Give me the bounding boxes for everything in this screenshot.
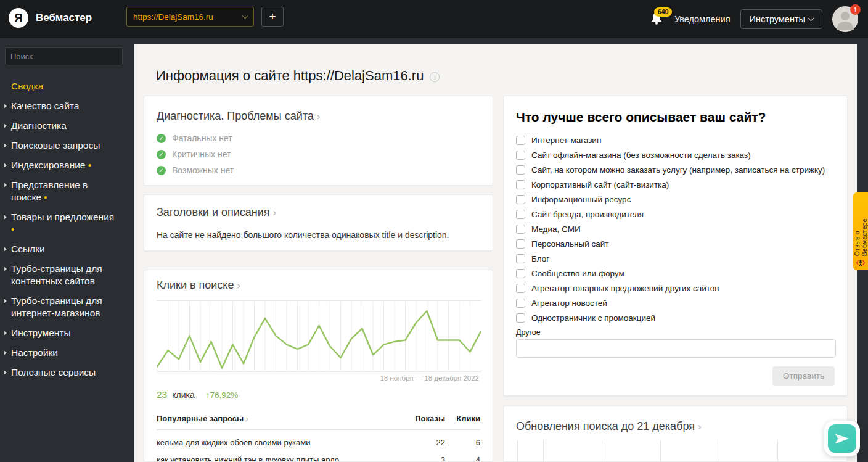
add-site-button[interactable]: +: [261, 7, 284, 27]
sidebar-item[interactable]: Турбо-страницы для интернет-магазинов: [0, 295, 115, 320]
chevron-down-icon: [808, 15, 814, 21]
impressions-column-header: Показы: [402, 414, 445, 423]
checkbox[interactable]: [516, 151, 525, 160]
info-icon[interactable]: i: [430, 72, 440, 82]
sidebar-item[interactable]: Полезные сервисы: [0, 366, 115, 379]
checkbox[interactable]: [516, 195, 525, 204]
sidebar-item[interactable]: Настройки: [0, 347, 115, 359]
updates-card-link[interactable]: Обновления поиска до 21 декабря›: [516, 420, 835, 433]
titles-card-link[interactable]: Заголовки и описания›: [157, 206, 480, 219]
checkbox[interactable]: [516, 254, 525, 263]
survey-option[interactable]: Интернет-магазин: [516, 136, 835, 145]
yandex-webmaster-logo[interactable]: Я Вебмастер: [9, 8, 92, 28]
sidebar-item[interactable]: Поисковые запросы: [0, 139, 115, 152]
checkbox[interactable]: [516, 225, 525, 234]
checkbox[interactable]: [516, 239, 525, 249]
checkbox[interactable]: [516, 180, 525, 189]
sidebar-item[interactable]: Турбо-страницы для контентных сайтов: [0, 263, 115, 287]
clicks-unit: клика: [172, 390, 195, 400]
expand-arrow-icon: [4, 247, 7, 252]
sidebar-item[interactable]: Диагностика: [0, 120, 115, 132]
chevron-right-icon: ›: [237, 279, 240, 291]
topbar-right-group: 640 Уведомления Инструменты 1: [650, 0, 858, 38]
other-option-input[interactable]: [516, 339, 836, 358]
survey-option[interactable]: Одностраничник с промоакцией: [516, 313, 835, 323]
updates-chart-grid: [516, 440, 835, 462]
sidebar-item[interactable]: Представление в поиске •: [0, 179, 115, 204]
diagnostics-list: ✓Фатальных нет✓Критичных нет✓Возможных н…: [157, 133, 480, 175]
checkbox[interactable]: [516, 165, 525, 175]
diagnostics-item: ✓Фатальных нет: [157, 133, 480, 143]
search-input[interactable]: [10, 52, 119, 61]
submit-row: Отправить: [516, 366, 835, 386]
chat-widget-button[interactable]: [824, 421, 860, 456]
query-table-row[interactable]: как установить нижний тэн в духовку плит…: [157, 455, 480, 462]
site-select-dropdown[interactable]: https://DelajSam16.ru: [126, 7, 254, 27]
expand-arrow-icon: [4, 123, 7, 128]
survey-option[interactable]: Персональный сайт: [516, 239, 835, 249]
checkbox[interactable]: [516, 284, 525, 293]
survey-option[interactable]: Сайт, на котором можно заказать услугу (…: [516, 165, 835, 175]
avatar-notification-badge: 1: [850, 4, 861, 15]
site-select-value: https://DelajSam16.ru: [133, 12, 239, 22]
expand-arrow-icon: [4, 266, 7, 271]
query-table-row[interactable]: кельма для жидких обоев своими руками226: [157, 438, 480, 447]
site-type-survey-card: Что лучше всего описывает ваш сайт? Инте…: [503, 96, 848, 396]
checkbox[interactable]: [516, 210, 525, 219]
survey-option[interactable]: Информационный ресурс: [516, 195, 835, 204]
survey-option[interactable]: Сайт бренда, производителя: [516, 210, 835, 219]
expand-arrow-icon: [4, 370, 7, 375]
app-title: Вебмастер: [36, 12, 92, 24]
expand-arrow-icon: [4, 143, 7, 148]
notifications-label[interactable]: Уведомления: [674, 14, 731, 24]
survey-option[interactable]: Корпоративный сайт (сайт-визитка): [516, 180, 835, 189]
sidebar-item[interactable]: Товары и предложения •: [0, 211, 115, 236]
clicks-card-link[interactable]: Клики в поиске›: [157, 279, 480, 292]
survey-option[interactable]: Блог: [516, 254, 835, 263]
sidebar-item[interactable]: Сводка: [0, 80, 115, 93]
survey-option[interactable]: Медиа, СМИ: [516, 225, 835, 234]
check-icon: ✓: [157, 166, 166, 175]
accessibility-icon: [856, 259, 866, 266]
notifications-count-badge: 640: [654, 7, 673, 17]
diagnostics-item: ✓Критичных нет: [157, 149, 480, 159]
survey-option[interactable]: Агрегатор товарных предложений других са…: [516, 284, 835, 293]
notifications-bell-icon[interactable]: 640: [650, 11, 665, 27]
checkbox[interactable]: [516, 269, 525, 278]
diagnostics-card: Диагностика. Проблемы сайта› ✓Фатальных …: [144, 96, 493, 186]
sidebar-item[interactable]: Ссылки: [0, 243, 115, 255]
survey-title: Что лучше всего описывает ваш сайт?: [516, 110, 835, 125]
main-content: Информация о сайте https://DelajSam16.ru…: [134, 44, 857, 462]
clicks-total: 23: [157, 389, 167, 400]
survey-option[interactable]: Агрегатор новостей: [516, 299, 835, 308]
checkbox[interactable]: [516, 313, 525, 323]
yandex-webmaster-app: Я Вебмастер https://DelajSam16.ru + 640 …: [0, 0, 868, 462]
queries-title-link[interactable]: Популярные запросы ›: [157, 414, 402, 423]
feedback-tab[interactable]: Отзыв о Вебмастере: [853, 192, 868, 270]
clicks-chart[interactable]: [157, 300, 481, 372]
tools-dropdown-button[interactable]: Инструменты: [740, 9, 822, 29]
check-icon: ✓: [157, 134, 166, 143]
sidebar-item[interactable]: Инструменты: [0, 327, 115, 339]
chevron-right-icon: ›: [698, 421, 702, 432]
survey-option[interactable]: Сообщество или форум: [516, 269, 835, 278]
update-dot-icon: •: [44, 192, 47, 202]
page-title-row: Информация о сайте https://DelajSam16.ru…: [156, 68, 440, 84]
sidebar-item[interactable]: Качество сайта: [0, 100, 115, 112]
survey-option[interactable]: Сайт офлайн-магазина (без возможности сд…: [516, 151, 835, 160]
check-icon: ✓: [157, 150, 166, 159]
checkbox[interactable]: [516, 136, 525, 145]
expand-arrow-icon: [4, 104, 7, 109]
submit-button[interactable]: Отправить: [772, 366, 835, 386]
chart-period-label: 18 ноября — 18 декабря 2022: [157, 374, 480, 382]
diagnostics-card-link[interactable]: Диагностика. Проблемы сайта›: [157, 110, 480, 123]
titles-descriptions-card: Заголовки и описания› На сайте не найден…: [144, 194, 493, 251]
checkbox[interactable]: [516, 299, 525, 308]
expand-arrow-icon: [4, 299, 7, 303]
sidebar-item[interactable]: Индексирование •: [0, 159, 115, 171]
clicks-chart-svg: [157, 301, 481, 371]
user-avatar[interactable]: 1: [832, 6, 858, 32]
clicks-stats-row: 23 клика ↑76,92%: [157, 389, 480, 400]
sidebar: СводкаКачество сайтаДиагностикаПоисковые…: [0, 38, 134, 462]
clicks-column-header: Клики: [445, 414, 480, 423]
